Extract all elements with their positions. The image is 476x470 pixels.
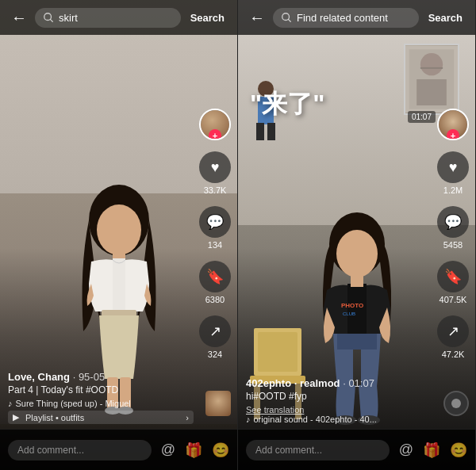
search-query-left: skirt [59, 12, 173, 24]
comment-count-right: 5458 [443, 240, 463, 250]
svg-rect-3 [113, 258, 125, 312]
at-icon-right[interactable]: @ [399, 441, 413, 458]
share-count-right: 47.2K [442, 350, 465, 359]
comment-input-left[interactable]: Add comment... [8, 440, 152, 460]
next-video-thumb-left[interactable] [205, 391, 231, 416]
music-right: ♪ original sound - 402ephto - 40... [246, 415, 432, 424]
like-count-right: 1.2M [443, 185, 463, 195]
svg-line-35 [289, 20, 291, 22]
svg-rect-22 [337, 334, 377, 350]
comment-action-right[interactable]: 💬 5458 [437, 206, 469, 250]
bookmark-icon-right: 🔖 [437, 261, 469, 292]
music-text-left: Sure Thing (sped up) - Miguel [16, 399, 131, 408]
comment-bar-left: Add comment... @ 🎁 😊 [0, 429, 237, 470]
svg-line-10 [51, 20, 53, 22]
playlist-icon-left: ▶ [13, 412, 19, 422]
caption-text-right: "来了" [250, 90, 324, 118]
bottom-info-left: Love, Chang · 95-05 Part 4 | Today's fit… [8, 371, 194, 424]
playlist-left[interactable]: ▶ Playlist • outfits › [8, 411, 194, 424]
search-button-left[interactable]: Search [186, 9, 229, 27]
duration-badge-right: 01:07 [408, 111, 436, 123]
follow-badge-left: + [209, 129, 221, 140]
share-count-left: 324 [208, 350, 222, 359]
gift-icon-right[interactable]: 🎁 [423, 441, 440, 459]
music-left: ♪ Sure Thing (sped up) - Miguel [8, 399, 194, 408]
gift-icon-left[interactable]: 🎁 [185, 441, 202, 459]
header-left: ← skirt Search [0, 0, 237, 35]
right-panel: PHOTO CLUB [238, 0, 476, 470]
comment-bar-right: Add comment... @ 🎁 😊 [238, 429, 475, 470]
playlist-text-left: Playlist • outfits [25, 413, 182, 422]
back-button-left[interactable]: ← [8, 6, 30, 30]
header-right: ← Find related content Search [238, 0, 475, 35]
username-right: 402ephto · realmod · 01:07 [246, 377, 432, 389]
music-note-icon-right: ♪ [246, 415, 251, 424]
bookmark-icon-left: 🔖 [199, 261, 231, 292]
like-count-left: 33.7K [204, 185, 227, 195]
bookmark-count-left: 6380 [205, 295, 225, 304]
bottom-info-right: 402ephto · realmod · 01:07 hi#OOTD #fyp … [246, 377, 432, 424]
username-sep-right: · [294, 377, 300, 389]
see-translation-right[interactable]: See translation [246, 405, 432, 415]
username-text-right: 402ephto [246, 377, 291, 389]
avatar-action-left[interactable]: + [199, 109, 231, 140]
music-text-right: original sound - 402ephto - 40... [254, 415, 377, 424]
username-left: Love, Chang · 95-05 [8, 371, 194, 383]
like-icon-left: ♥ [199, 151, 231, 183]
side-actions-right: + ♥ 1.2M 💬 5458 🔖 407.5K ↗ 47.2K [437, 109, 469, 359]
playlist-chevron-left: › [186, 413, 189, 422]
back-button-right[interactable]: ← [246, 6, 268, 30]
bookmark-action-right[interactable]: 🔖 407.5K [437, 261, 469, 304]
search-query-right: Find related content [297, 12, 411, 24]
left-panel: ← skirt Search + ♥ 33.7K 💬 134 🔖 6 [0, 0, 238, 470]
search-bar-right[interactable]: Find related content [273, 8, 419, 28]
like-action-left[interactable]: ♥ 33.7K [199, 151, 231, 195]
svg-rect-18 [347, 284, 367, 336]
svg-rect-33 [267, 123, 275, 140]
music-note-icon: ♪ [8, 399, 13, 408]
search-icon-right [281, 12, 292, 23]
description-right: hi#OOTD #fyp [246, 391, 432, 402]
share-icon-left: ↗ [199, 315, 231, 347]
svg-point-17 [336, 230, 378, 277]
bookmark-action-left[interactable]: 🔖 6380 [199, 261, 231, 304]
like-icon-right: ♥ [437, 151, 469, 183]
svg-text:CLUB: CLUB [343, 311, 355, 316]
search-bar-left[interactable]: skirt [35, 8, 181, 28]
svg-rect-4 [102, 310, 136, 316]
avatar-right: + [437, 109, 469, 140]
music-disc-right[interactable] [443, 391, 469, 416]
emoji-icon-left[interactable]: 😊 [212, 441, 229, 459]
username-text-left: Love, Chang [8, 371, 70, 383]
follow-badge-right: + [447, 129, 459, 140]
bookmark-count-right: 407.5K [440, 295, 467, 304]
duration-text-right: 01:07 [412, 113, 432, 121]
username-extra-left: · 95-05 [73, 371, 105, 383]
svg-rect-21 [351, 274, 363, 287]
like-action-right[interactable]: ♥ 1.2M [437, 151, 469, 195]
share-action-left[interactable]: ↗ 324 [199, 315, 231, 359]
emoji-icon-right[interactable]: 😊 [450, 441, 467, 459]
duration-inline-right: · 01:07 [343, 377, 374, 389]
svg-point-13 [420, 53, 443, 75]
comment-icon-right: 💬 [437, 206, 469, 238]
description-left: Part 4 | Today's fit #OOTD [8, 384, 194, 395]
comment-count-left: 134 [208, 240, 222, 250]
svg-text:PHOTO: PHOTO [341, 302, 363, 309]
comment-action-left[interactable]: 💬 134 [199, 206, 231, 250]
comment-icon-left: 💬 [199, 206, 231, 238]
avatar-action-right[interactable]: + [437, 109, 469, 140]
search-icon-left [43, 12, 54, 23]
svg-point-1 [97, 204, 141, 255]
share-action-right[interactable]: ↗ 47.2K [437, 315, 469, 359]
search-button-right[interactable]: Search [424, 9, 467, 27]
share-icon-right: ↗ [437, 315, 469, 347]
username-extra-right: realmod [300, 377, 340, 389]
svg-rect-32 [256, 123, 264, 140]
side-actions-left: + ♥ 33.7K 💬 134 🔖 6380 ↗ 324 [199, 109, 231, 359]
at-icon-left[interactable]: @ [161, 441, 175, 458]
comment-input-right[interactable]: Add comment... [246, 440, 390, 460]
avatar-left: + [199, 109, 231, 140]
